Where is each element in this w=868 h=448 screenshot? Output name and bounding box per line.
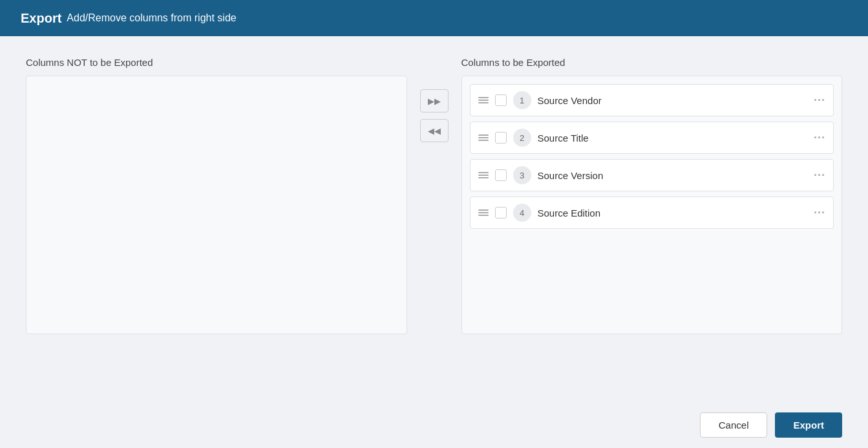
- drag-handle[interactable]: [478, 134, 489, 141]
- item-checkbox[interactable]: [495, 207, 507, 219]
- drag-handle[interactable]: [478, 172, 489, 178]
- drag-handle[interactable]: [478, 209, 489, 216]
- export-item: 4 Source Edition ···: [470, 197, 834, 229]
- export-button[interactable]: Export: [775, 412, 842, 438]
- item-number: 2: [513, 129, 531, 147]
- transfer-controls: ▶▶ ◀◀: [407, 89, 461, 142]
- item-label: Source Vendor: [538, 95, 807, 106]
- footer: Cancel Export: [0, 402, 868, 448]
- item-label: Source Edition: [538, 208, 807, 219]
- item-number: 4: [513, 204, 531, 222]
- export-item: 2 Source Title ···: [470, 122, 834, 154]
- move-left-button[interactable]: ◀◀: [420, 119, 449, 142]
- cancel-button[interactable]: Cancel: [700, 412, 768, 438]
- item-label: Source Version: [538, 170, 807, 181]
- left-panel-label: Columns NOT to be Exported: [26, 57, 407, 68]
- item-more-button[interactable]: ···: [814, 94, 825, 107]
- header-title: Export: [21, 11, 61, 26]
- item-number: 1: [513, 91, 531, 109]
- header: Export Add/Remove columns from right sid…: [0, 0, 868, 36]
- item-more-button[interactable]: ···: [814, 169, 825, 182]
- item-number: 3: [513, 166, 531, 184]
- item-more-button[interactable]: ···: [814, 206, 825, 220]
- item-checkbox[interactable]: [495, 169, 507, 181]
- right-panel: Columns to be Exported 1 Source Vendor ·…: [461, 57, 843, 334]
- item-label: Source Title: [538, 133, 807, 144]
- header-subtitle: Add/Remove columns from right side: [67, 12, 236, 24]
- left-panel: Columns NOT to be Exported: [26, 57, 407, 334]
- item-more-button[interactable]: ···: [814, 131, 825, 145]
- drag-handle[interactable]: [478, 97, 489, 103]
- move-left-icon: ◀◀: [428, 126, 441, 136]
- main-content: Columns NOT to be Exported ▶▶ ◀◀ Columns…: [0, 36, 868, 448]
- export-item: 3 Source Version ···: [470, 159, 834, 191]
- right-panel-label: Columns to be Exported: [461, 57, 843, 68]
- item-checkbox[interactable]: [495, 94, 507, 106]
- move-right-icon: ▶▶: [428, 96, 441, 106]
- not-exported-list: [26, 76, 407, 334]
- move-right-button[interactable]: ▶▶: [420, 89, 449, 112]
- item-checkbox[interactable]: [495, 132, 507, 144]
- export-list: 1 Source Vendor ··· 2 Source Title ··· 3…: [461, 76, 843, 334]
- export-item: 1 Source Vendor ···: [470, 84, 834, 116]
